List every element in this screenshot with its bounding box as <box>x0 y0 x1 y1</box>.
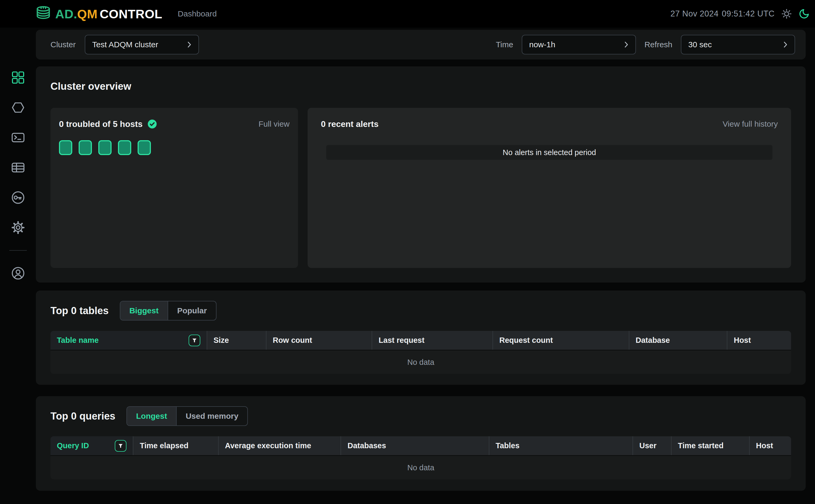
queries-toggle-longest[interactable]: Longest <box>127 407 177 425</box>
top-queries-section: Top 0 queries LongestUsed memory Query I… <box>36 396 806 491</box>
queries-column-label: User <box>639 441 657 450</box>
queries-column-host[interactable]: Host <box>750 436 791 455</box>
queries-toggle-used-memory[interactable]: Used memory <box>177 407 247 425</box>
cluster-toolbar: Cluster Test ADQM cluster Time now-1h Re… <box>36 30 806 59</box>
tables-filter-button[interactable] <box>189 335 200 346</box>
queries-no-data-row: No data <box>50 456 791 479</box>
check-circle-icon <box>147 119 157 129</box>
sidebar-item-profile[interactable] <box>11 266 25 281</box>
tables-column-database[interactable]: Database <box>629 331 727 350</box>
queries-column-databases[interactable]: Databases <box>341 436 489 455</box>
sidebar-item-settings[interactable] <box>11 220 25 235</box>
host-status-square[interactable] <box>98 140 112 155</box>
sidebar <box>0 28 36 281</box>
chevron-right-icon <box>185 40 194 49</box>
sidebar-item-cluster-nodes[interactable] <box>11 100 25 115</box>
tables-sort-toggle: BiggestPopular <box>120 301 216 321</box>
brand-text: AD.QMCONTROL <box>55 7 162 21</box>
cluster-select[interactable]: Test ADQM cluster <box>85 35 199 54</box>
tables-column-label: Table name <box>57 336 99 345</box>
tables-column-request-count[interactable]: Request count <box>493 331 629 350</box>
sidebar-divider <box>9 250 27 251</box>
tables-toggle-popular[interactable]: Popular <box>168 301 216 320</box>
key-icon <box>11 190 25 205</box>
tables-column-label: Size <box>213 336 229 345</box>
tables-column-last-request[interactable]: Last request <box>372 331 493 350</box>
brand-ad: AD. <box>55 7 77 21</box>
queries-sort-toggle: LongestUsed memory <box>126 406 248 426</box>
queries-column-label: Databases <box>347 441 386 450</box>
top-nav: Dashboard <box>178 9 217 18</box>
tables-column-host[interactable]: Host <box>727 331 791 350</box>
top-queries-title: Top 0 queries <box>50 410 115 422</box>
filter-icon <box>117 443 124 449</box>
queries-filter-button[interactable] <box>115 440 126 452</box>
queries-table: Query IDTime elapsedAverage execution ti… <box>50 436 791 479</box>
brand: AD.QMCONTROL <box>35 5 162 23</box>
queries-column-query-id[interactable]: Query ID <box>50 436 133 455</box>
queries-column-time-started[interactable]: Time started <box>672 436 750 455</box>
queries-column-time-elapsed[interactable]: Time elapsed <box>133 436 219 455</box>
brand-qm: QM <box>77 7 97 21</box>
refresh-interval-value: 30 sec <box>688 40 712 49</box>
queries-column-average-execution-time[interactable]: Average execution time <box>219 436 341 455</box>
tables-table: Table nameSizeRow countLast requestReque… <box>50 331 791 374</box>
sidebar-item-access-keys[interactable] <box>11 190 25 205</box>
sun-icon[interactable] <box>781 8 792 19</box>
queries-column-label: Query ID <box>57 441 89 450</box>
tables-table-header: Table nameSizeRow countLast requestReque… <box>50 331 791 351</box>
hexagon-icon <box>11 100 25 115</box>
tables-no-data-row: No data <box>50 351 791 374</box>
host-status-square[interactable] <box>138 140 151 155</box>
view-full-history-link[interactable]: View full history <box>723 119 778 129</box>
top-tables-title: Top 0 tables <box>50 305 109 317</box>
sidebar-item-tables[interactable] <box>11 160 25 175</box>
cluster-select-value: Test ADQM cluster <box>92 40 158 49</box>
cluster-overview-section: Cluster overview 0 troubled of 5 hosts F… <box>36 66 806 283</box>
sidebar-item-query-console[interactable] <box>11 130 25 145</box>
alerts-card-header: 0 recent alerts View full history <box>321 118 778 130</box>
tables-column-size[interactable]: Size <box>207 331 266 350</box>
queries-column-label: Host <box>756 441 773 450</box>
tables-column-label: Row count <box>273 336 312 345</box>
queries-column-label: Time elapsed <box>140 441 188 450</box>
refresh-interval-select[interactable]: 30 sec <box>681 35 795 54</box>
cluster-overview-title: Cluster overview <box>50 80 791 92</box>
grid-icon <box>11 70 25 85</box>
host-status-square[interactable] <box>118 140 131 155</box>
overview-cards: 0 troubled of 5 hosts Full view 0 recent… <box>50 108 791 268</box>
nav-dashboard[interactable]: Dashboard <box>178 9 217 18</box>
tables-toggle-biggest[interactable]: Biggest <box>120 301 168 320</box>
alerts-card-title: 0 recent alerts <box>321 119 378 129</box>
hosts-card-header: 0 troubled of 5 hosts Full view <box>59 118 289 130</box>
gear-icon <box>11 220 25 235</box>
top-bar: AD.QMCONTROL Dashboard 27 Nov 202409:51:… <box>0 0 815 28</box>
terminal-icon <box>11 130 25 145</box>
sidebar-item-dashboard[interactable] <box>11 70 25 85</box>
top-tables-section: Top 0 tables BiggestPopular Table nameSi… <box>36 291 806 385</box>
tables-column-label: Database <box>636 336 670 345</box>
full-view-link[interactable]: Full view <box>258 119 289 129</box>
brand-control: CONTROL <box>100 7 162 21</box>
toolbar-right: Time now-1h Refresh 30 sec <box>496 35 795 54</box>
top-queries-header: Top 0 queries LongestUsed memory <box>50 406 791 426</box>
datetime-display: 27 Nov 202409:51:42 UTC <box>671 9 775 19</box>
cluster-label: Cluster <box>50 40 76 49</box>
time-text: 09:51:42 UTC <box>722 9 775 18</box>
queries-column-label: Average execution time <box>225 441 311 450</box>
chevron-right-icon <box>622 40 631 49</box>
filter-icon <box>191 337 198 344</box>
moon-icon[interactable] <box>799 8 810 19</box>
hosts-status-card: 0 troubled of 5 hosts Full view <box>50 108 298 268</box>
queries-table-header: Query IDTime elapsedAverage execution ti… <box>50 436 791 456</box>
tables-column-row-count[interactable]: Row count <box>266 331 372 350</box>
table-icon <box>11 160 25 175</box>
queries-column-user[interactable]: User <box>633 436 672 455</box>
top-tables-header: Top 0 tables BiggestPopular <box>50 301 791 321</box>
time-label: Time <box>496 40 513 49</box>
queries-column-tables[interactable]: Tables <box>489 436 633 455</box>
tables-column-table-name[interactable]: Table name <box>50 331 207 350</box>
host-status-square[interactable] <box>79 140 92 155</box>
time-range-select[interactable]: now-1h <box>522 35 636 54</box>
host-status-square[interactable] <box>59 140 72 155</box>
